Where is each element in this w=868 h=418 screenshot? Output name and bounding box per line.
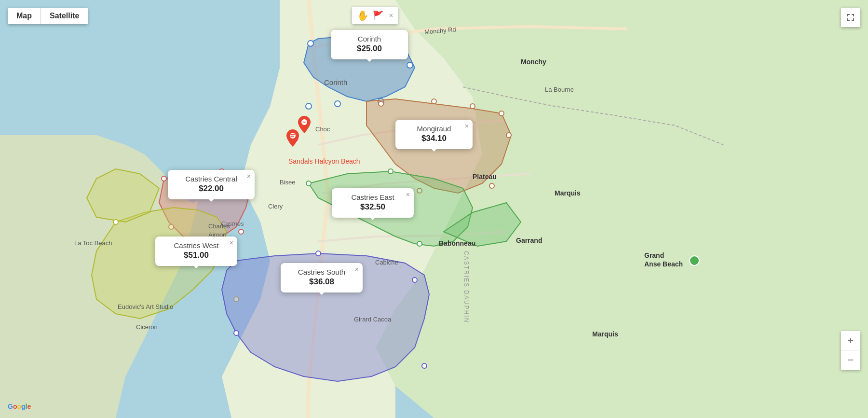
corinth-bubble-price: $25.00 [339, 44, 400, 54]
castries-east-bubble-title: Castries East [339, 193, 406, 201]
svg-point-12 [506, 133, 511, 138]
zoom-out-button[interactable]: − [841, 350, 860, 370]
mongiraud-bubble: × Mongiraud $34.10 [395, 120, 473, 149]
flag-tool-icon[interactable]: 🚩 [373, 10, 383, 21]
svg-point-29 [113, 220, 118, 224]
svg-point-32 [412, 278, 417, 282]
svg-point-10 [470, 104, 475, 109]
svg-point-5 [407, 62, 413, 68]
mongiraud-bubble-title: Mongiraud [403, 125, 465, 133]
svg-point-24 [388, 169, 393, 174]
tools-close-button[interactable]: × [389, 12, 393, 19]
svg-point-6 [308, 41, 313, 46]
castries-east-bubble-price: $32.50 [339, 202, 406, 212]
svg-point-33 [422, 363, 427, 368]
castries-west-close-button[interactable]: × [230, 239, 233, 246]
map-type-satellite-button[interactable]: Satellite [41, 8, 88, 24]
corinth-bubble-title: Corinth [339, 35, 400, 43]
svg-point-2 [306, 103, 312, 109]
castries-west-bubble-price: $51.00 [163, 251, 230, 260]
castries-central-bubble-price: $22.00 [176, 184, 247, 194]
svg-point-13 [489, 183, 494, 188]
fullscreen-icon [846, 13, 855, 22]
mongiraud-close-button[interactable]: × [465, 123, 469, 129]
fullscreen-button[interactable] [841, 8, 860, 27]
svg-point-31 [316, 251, 321, 256]
castries-south-bubble-title: Castries South [288, 268, 355, 276]
svg-point-34 [234, 331, 239, 335]
castries-central-bubble: × Castries Central $22.00 [168, 170, 255, 199]
castries-central-bubble-title: Castries Central [176, 175, 247, 183]
svg-point-19 [239, 229, 244, 234]
map-type-map-button[interactable]: Map [8, 8, 41, 24]
castries-west-bubble: × Castries West $51.00 [155, 237, 237, 266]
choc-marker[interactable]: ✂ [298, 116, 311, 135]
castries-south-bubble-price: $36.08 [288, 277, 355, 287]
zoom-in-button[interactable]: + [841, 331, 860, 350]
zoom-controls: + − [841, 331, 860, 370]
svg-point-11 [499, 111, 504, 116]
google-logo: Google [8, 403, 31, 410]
svg-text:✂: ✂ [302, 120, 306, 125]
svg-text:Castries: Castries [221, 220, 244, 227]
svg-point-16 [162, 176, 166, 181]
castries-west-bubble-title: Castries West [163, 241, 230, 250]
sandals-marker[interactable] [286, 129, 299, 149]
map-tools: ✋ 🚩 × [352, 7, 398, 24]
castries-south-close-button[interactable]: × [355, 266, 359, 273]
map-svg: Castries ♥ [0, 0, 868, 418]
hand-tool-icon[interactable]: ✋ [357, 10, 369, 21]
mongiraud-bubble-price: $34.10 [403, 134, 465, 143]
svg-point-23 [306, 181, 311, 186]
svg-point-9 [432, 99, 436, 104]
castries-central-close-button[interactable]: × [247, 173, 251, 180]
svg-point-8 [379, 101, 383, 106]
svg-point-3 [335, 101, 340, 107]
svg-point-36 [690, 256, 699, 265]
map-type-control: Map Satellite [8, 8, 88, 24]
castries-east-close-button[interactable]: × [406, 191, 410, 198]
svg-point-25 [417, 241, 422, 246]
map-container: Castries ♥ Monchy Rd Monchy La Bourne Ch… [0, 0, 868, 418]
castries-south-bubble: × Castries South $36.08 [281, 263, 363, 293]
castries-east-bubble: × Castries East $32.50 [332, 188, 414, 218]
corinth-bubble: Corinth $25.00 [331, 30, 408, 59]
